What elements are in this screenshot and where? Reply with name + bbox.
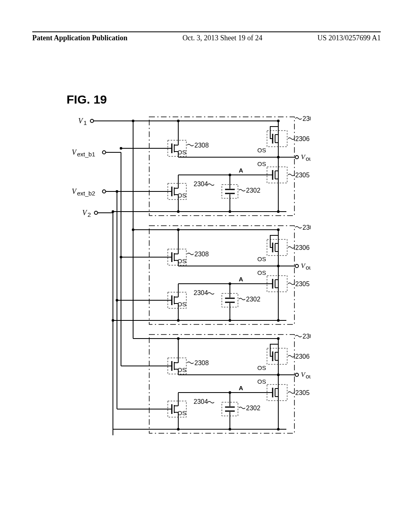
header-right: US 2013/0257699 A1: [317, 34, 381, 42]
terminal-v2: [94, 211, 98, 214]
page-header: Patent Application Publication Oct. 3, 2…: [32, 34, 381, 42]
page: Patent Application Publication Oct. 3, 2…: [0, 0, 413, 532]
terminal-v1: [90, 119, 94, 123]
header-rule: [32, 31, 381, 32]
terminal-vextb2: [102, 190, 106, 193]
figure-title: FIG. 19: [67, 93, 107, 106]
label-v1: V: [78, 117, 83, 125]
label-v2-sub: 2: [88, 211, 91, 218]
label-vextb1: V: [72, 148, 77, 156]
label-vextb1-sub: ext_b1: [77, 151, 95, 158]
label-vextb2-sub: ext_b2: [77, 190, 95, 197]
label-vextb2: V: [72, 187, 77, 195]
label-v2: V: [82, 209, 88, 217]
terminal-vextb1: [102, 151, 106, 154]
svg-point-56: [132, 120, 134, 122]
circuit-diagram: OS OS OS OS A 2304 2300 2306: [60, 113, 311, 468]
header-left: Patent Application Publication: [32, 34, 127, 42]
label-v1-sub: 1: [83, 119, 87, 126]
header-mid: Oct. 3, 2013 Sheet 19 of 24: [183, 34, 263, 42]
